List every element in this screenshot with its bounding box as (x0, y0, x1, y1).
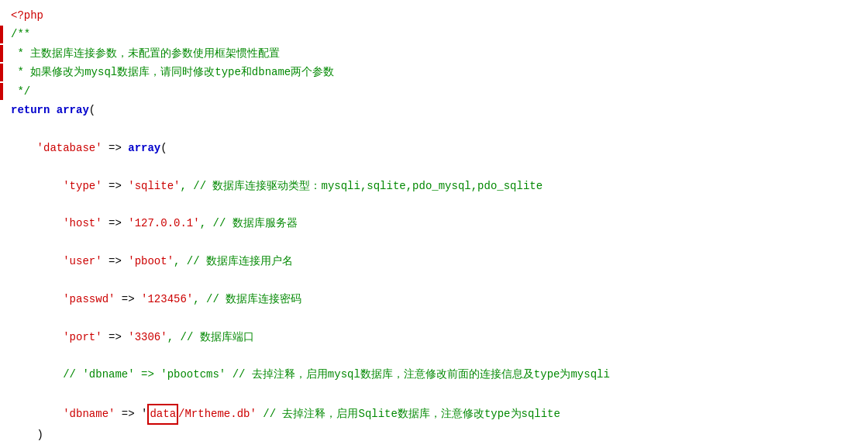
code-line: 'passwd' => '123456', // 数据库连接密码 (0, 290, 868, 308)
line-content: 'host' => '127.0.0.1', // 数据库服务器 (3, 215, 298, 232)
code-line (0, 157, 868, 176)
code-line: ) (0, 426, 868, 444)
line-content: /** (3, 26, 30, 43)
code-line: */ (0, 82, 868, 101)
line-content (3, 309, 17, 326)
code-line (0, 195, 868, 214)
line-content (3, 271, 17, 288)
code-line: 'type' => 'sqlite', // 数据库连接驱动类型：mysqli,… (0, 177, 868, 195)
line-content: <?php (3, 7, 43, 24)
line-content (3, 196, 17, 213)
line-content: 'port' => '3306', // 数据库端口 (3, 329, 254, 346)
line-content (3, 385, 17, 402)
code-line: /** (0, 25, 868, 43)
line-content: */ (3, 83, 30, 100)
code-line: * 如果修改为mysql数据库，请同时修改type和dbname两个参数 (0, 63, 868, 81)
code-line (0, 119, 868, 138)
code-line: <?php (0, 6, 868, 25)
line-content: 'database' => array( (3, 140, 167, 157)
code-line (0, 233, 868, 252)
line-content (3, 120, 17, 137)
line-content (3, 347, 17, 364)
line-content: * 主数据库连接参数，未配置的参数使用框架惯性配置 (3, 45, 280, 62)
code-line: 'dbname' => 'data/Mrtheme.db' // 去掉注释，启用… (0, 403, 868, 425)
line-content (3, 234, 17, 251)
line-content (3, 445, 17, 448)
line-content: * 如果修改为mysql数据库，请同时修改type和dbname两个参数 (3, 64, 334, 81)
line-content: return array( (3, 102, 95, 119)
line-content (3, 158, 17, 175)
code-line (0, 384, 868, 403)
line-content: ) (3, 426, 43, 443)
highlighted-text: data (147, 404, 178, 424)
code-line (0, 346, 868, 365)
code-line (0, 271, 868, 289)
code-line: 'port' => '3306', // 数据库端口 (0, 328, 868, 346)
code-line: return array( (0, 101, 868, 119)
code-line: 'host' => '127.0.0.1', // 数据库服务器 (0, 214, 868, 233)
line-content: 'passwd' => '123456', // 数据库连接密码 (3, 291, 301, 308)
line-content: 'dbname' => 'data/Mrtheme.db' // 去掉注释，启用… (3, 404, 560, 424)
line-content: 'type' => 'sqlite', // 数据库连接驱动类型：mysqli,… (3, 177, 542, 195)
code-line (0, 308, 868, 327)
line-content: // 'dbname' => 'pbootcms' // 去掉注释，启用mysq… (3, 366, 610, 383)
code-line: * 主数据库连接参数，未配置的参数使用框架惯性配置 (0, 44, 868, 63)
line-content: 'user' => 'pboot', // 数据库连接用户名 (3, 253, 293, 270)
code-editor: <?php/** * 主数据库连接参数，未配置的参数使用框架惯性配置 * 如果修… (0, 0, 868, 448)
code-line (0, 444, 868, 448)
code-line: // 'dbname' => 'pbootcms' // 去掉注释，启用mysq… (0, 365, 868, 384)
code-line: 'user' => 'pboot', // 数据库连接用户名 (0, 252, 868, 271)
code-line: 'database' => array( (0, 139, 868, 157)
